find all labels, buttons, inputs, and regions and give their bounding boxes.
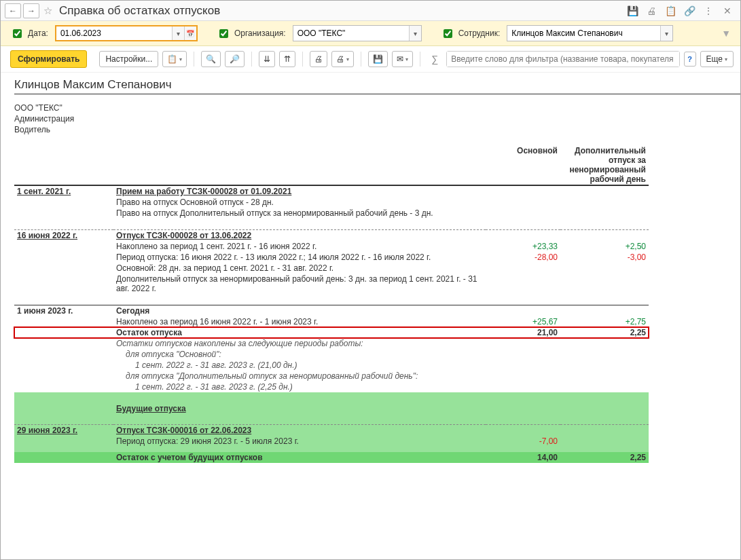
- print-button[interactable]: 🖨: [310, 51, 327, 67]
- link-icon[interactable]: 🔗: [683, 5, 695, 17]
- report-row: Период отпуска: 29 июня 2023 г. - 5 июля…: [14, 436, 649, 447]
- report-row: Остатки отпусков накоплены за следующие …: [14, 338, 649, 349]
- report-area[interactable]: Клинцов Максим Степанович ООО "ТЕКС" Адм…: [1, 73, 740, 559]
- header-row: Основной Дополнительный отпуск за ненорм…: [14, 145, 649, 185]
- report-row: Право на отпуск Основной отпуск - 28 дн.: [14, 197, 649, 208]
- zoom-out-button[interactable]: 🔎: [225, 51, 245, 67]
- emp-dropdown[interactable]: ▾: [660, 26, 672, 41]
- more-button[interactable]: Еще▾: [700, 51, 734, 67]
- report-row: 1 июня 2023 г.Сегодня: [14, 305, 649, 316]
- help-button[interactable]: ?: [684, 52, 696, 67]
- report-row: Остаток отпуска21,002,25: [14, 327, 649, 338]
- report-row: Право на отпуск Дополнительный отпуск за…: [14, 208, 649, 219]
- org-dropdown[interactable]: ▾: [409, 26, 421, 41]
- org-block: ООО "ТЕКС" Администрация Водитель: [14, 102, 740, 136]
- window-title: Справка об остатках отпусков: [59, 4, 220, 18]
- form-button[interactable]: Сформировать: [10, 50, 87, 68]
- print-dropdown-button[interactable]: 🖨▾: [331, 51, 354, 67]
- employee-name: Клинцов Максим Степанович: [14, 78, 740, 94]
- print-icon[interactable]: 🖨: [645, 5, 657, 17]
- report-row: 1 сент. 2022 г. - 31 авг. 2023 г. (21,00…: [14, 360, 649, 371]
- org-checkbox[interactable]: [219, 29, 228, 38]
- emp-checkbox[interactable]: [444, 29, 452, 38]
- report-row: [14, 447, 649, 452]
- position: Водитель: [14, 124, 740, 135]
- copy-button[interactable]: 📋▾: [162, 51, 187, 67]
- date-dropdown[interactable]: ▾: [172, 26, 184, 40]
- report-row: Будущие отпуска: [14, 403, 649, 414]
- report-row: Период отпуска: 16 июня 2022 г. - 13 июл…: [14, 252, 649, 263]
- close-icon[interactable]: ✕: [721, 5, 734, 17]
- emp-input[interactable]: [507, 26, 660, 41]
- org-label: Организация:: [234, 29, 286, 38]
- report-window: ← → ☆ Справка об остатках отпусков 💾 🖨 📋…: [0, 0, 741, 560]
- collapse-button[interactable]: ⇈: [279, 51, 295, 67]
- date-input[interactable]: [56, 26, 172, 40]
- save-button[interactable]: 💾: [368, 51, 388, 67]
- org-name: ООО "ТЕКС": [14, 102, 740, 113]
- star-icon[interactable]: ☆: [41, 5, 54, 17]
- emp-label: Сотрудник:: [458, 29, 501, 38]
- forward-button[interactable]: →: [23, 3, 39, 18]
- report-row: Основной: 28 дн. за период 1 сент. 2021 …: [14, 263, 649, 274]
- filter-bar: Дата: ▾ 📅 Организация: ▾ Сотрудник: ▾ ▼: [1, 21, 740, 46]
- more-icon[interactable]: ⋮: [702, 5, 715, 17]
- report-table: Основной Дополнительный отпуск за ненорм…: [14, 145, 649, 464]
- emp-field: ▾: [507, 25, 673, 41]
- col-main-header: Основной: [486, 145, 560, 185]
- mail-button[interactable]: ✉▾: [392, 51, 413, 67]
- toolbar: Сформировать Настройки... 📋▾ 🔍 🔎 ⇊ ⇈ 🖨 🖨…: [1, 46, 740, 73]
- report-row: Остаток с учетом будущих отпусков14,002,…: [14, 452, 649, 463]
- settings-button[interactable]: Настройки...: [99, 51, 158, 67]
- report-row: [14, 392, 649, 403]
- date-label: Дата:: [28, 29, 48, 38]
- org-field: ▾: [293, 25, 422, 41]
- report-row: [14, 414, 649, 425]
- col-addl-header: Дополнительный отпуск за ненормированный…: [560, 145, 649, 185]
- report-row: Дополнительный отпуск за ненормированный…: [14, 274, 649, 294]
- report-row: 1 сент. 2021 г.Прием на работу ТСЗК-0000…: [14, 185, 649, 197]
- back-button[interactable]: ←: [5, 3, 21, 18]
- report-row: для отпуска "Дополнительный отпуск за не…: [14, 371, 649, 381]
- save-icon[interactable]: 💾: [626, 5, 638, 17]
- report-row: Накоплено за период 1 сент. 2021 г. - 16…: [14, 241, 649, 252]
- date-calendar-icon[interactable]: 📅: [184, 26, 196, 40]
- report-row: Накоплено за период 16 июня 2022 г. - 1 …: [14, 316, 649, 327]
- filter-funnel-icon[interactable]: ▼: [721, 28, 734, 39]
- sigma-icon[interactable]: ∑: [431, 54, 438, 64]
- report-row: [14, 294, 649, 305]
- org-input[interactable]: [293, 26, 409, 41]
- zoom-in-button[interactable]: 🔍: [201, 51, 221, 67]
- search-field: [446, 51, 679, 67]
- report-row: для отпуска "Основной":: [14, 349, 649, 360]
- doc-icon[interactable]: 📋: [664, 5, 676, 17]
- expand-button[interactable]: ⇊: [259, 51, 275, 67]
- report-row: 1 сент. 2022 г. - 31 авг. 2023 г. (2,25 …: [14, 381, 649, 392]
- date-field: ▾ 📅: [55, 25, 198, 41]
- search-input[interactable]: [447, 52, 679, 67]
- department: Администрация: [14, 113, 740, 124]
- titlebar: ← → ☆ Справка об остатках отпусков 💾 🖨 📋…: [1, 1, 740, 21]
- report-row: [14, 219, 649, 230]
- report-row: 29 июня 2023 г.Отпуск ТСЗК-000016 от 22.…: [14, 425, 649, 436]
- report-row: 16 июня 2022 г.Отпуск ТСЗК-000028 от 13.…: [14, 229, 649, 241]
- date-checkbox[interactable]: [13, 29, 22, 38]
